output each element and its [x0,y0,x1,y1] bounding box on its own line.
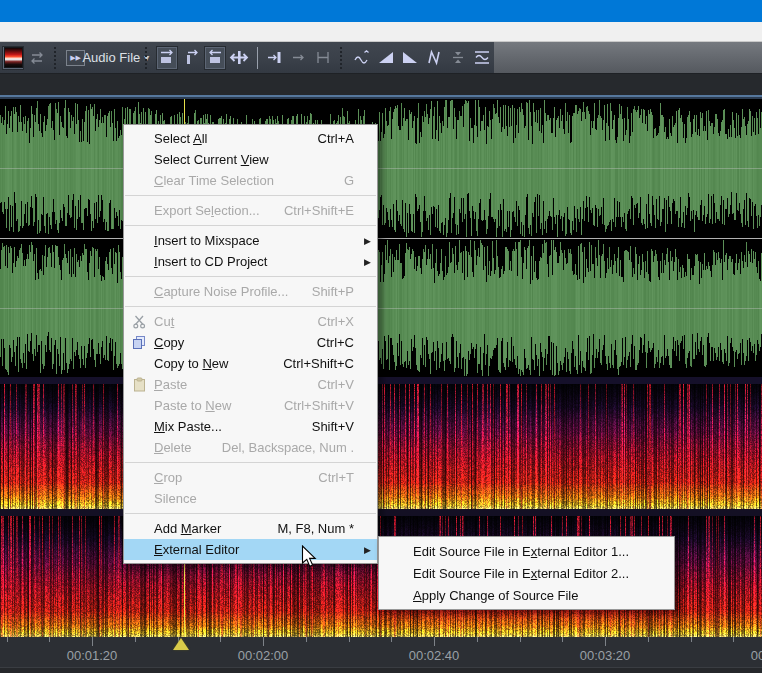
menu-item-label: Clear Time Selection [154,173,344,188]
minor-tick [562,637,563,642]
audio-file-label: Audio File [82,50,140,65]
arrow-into-bar-icon [266,49,284,66]
menu-item-insert-to-cd-project[interactable]: Insert to CD Project▶ [124,251,377,272]
context-menu: Select AllCtrl+ASelect Current ViewClear… [123,124,378,564]
swap-arrows-icon [28,50,46,66]
audio-file-dropdown[interactable]: Audio File▾ [89,46,140,70]
menu-item-shortcut: Ctrl+X [318,314,364,329]
menu-item-cut: CutCtrl+X [124,311,377,332]
spectrum-thumbnail-icon [4,47,23,68]
arrow-right-icon [291,49,307,66]
menu-item-add-marker[interactable]: Add MarkerM, F8, Num * [124,518,377,539]
snap-to-edge-button[interactable] [264,46,286,70]
zoom-to-width-button[interactable] [156,46,178,70]
major-tick [92,637,93,646]
wavelab-audio-editor-window: ▶▶Audio File▾ 00:01:2000:02:0000:02:4000… [0,0,762,673]
menu-item-copy-to-new[interactable]: Copy to NewCtrl+Shift+C [124,353,377,374]
copy-icon [132,335,147,350]
minor-tick [306,637,307,642]
major-tick [605,637,606,646]
menu-item-label: Add Marker [154,521,277,536]
region-bounds-button[interactable] [312,46,334,70]
zoom-height-icon [182,49,200,66]
spectrum-display-button[interactable] [2,46,24,70]
menu-item-edit-source-file-in-external-editor-1[interactable]: Edit Source File in External Editor 1... [379,540,674,562]
timeline-ruler[interactable]: 00:01:2000:02:0000:02:4000:03:2000:04:00 [0,637,762,673]
minor-tick [520,637,521,642]
fade-out-icon [401,49,419,66]
level-collapse-button[interactable] [447,46,469,70]
normalize-button[interactable] [471,46,493,70]
menu-item-label: Crop [154,470,318,485]
menu-item-select-all[interactable]: Select AllCtrl+A [124,128,377,149]
menu-item-clear-time-selection: Clear Time SelectionG [124,170,377,191]
menu-item-shortcut: Ctrl+C [317,335,364,350]
playhead-marker-triangle[interactable] [173,638,189,650]
menu-item-label: Capture Noise Profile... [154,284,312,299]
envelope-button[interactable] [423,46,445,70]
zoom-previous-button[interactable] [204,46,226,70]
menu-separator [124,509,377,518]
minor-tick [477,637,478,642]
menu-item-shortcut: Ctrl+Shift+C [283,356,364,371]
minor-tick [349,637,350,642]
menu-item-label: Mix Paste... [154,419,312,434]
toolbar-button-area: ▶▶Audio File▾ [0,42,494,73]
cut-icon-cell [124,314,154,329]
menu-item-delete: DeleteDel, Backspace, Num . [124,437,377,458]
minor-tick [49,637,50,642]
zoom-to-height-button[interactable] [180,46,202,70]
menu-item-shortcut: M, F8, Num * [277,521,364,536]
fade-in-icon [377,49,395,66]
bracket-region-icon [315,49,331,66]
menu-item-label: Paste to New [154,398,284,413]
titlebar[interactable] [0,0,762,22]
minor-tick [7,637,8,642]
minor-tick [733,637,734,642]
horizontal-expand-button[interactable] [228,46,250,70]
time-label: 00:01:20 [67,648,118,663]
menu-item-select-current-view[interactable]: Select Current View [124,149,377,170]
swap-channels-button[interactable] [26,46,48,70]
envelope-icon [426,49,442,66]
menu-item-shortcut: Ctrl+Shift+E [284,203,364,218]
time-label: 00:02:40 [409,648,460,663]
menu-item-label: Copy [154,335,317,350]
menu-item-mix-paste[interactable]: Mix Paste...Shift+V [124,416,377,437]
wave-icon [353,49,371,66]
submenu-arrow-icon: ▶ [364,236,377,246]
menu-item-capture-noise-profile: Capture Noise Profile...Shift+P [124,281,377,302]
normalize-icon [473,49,491,66]
minor-tick [220,637,221,642]
zoom-back-icon [206,49,224,66]
menu-item-label: Apply Change of Source File [413,588,651,603]
menu-item-external-editor[interactable]: External Editor▶ [124,539,377,560]
submenu-arrow-icon: ▶ [364,545,377,555]
copy-icon-cell [124,335,154,350]
menu-item-shortcut: Shift+V [312,419,364,434]
menu-separator [124,302,377,311]
toolbar-separator [340,47,345,69]
time-label: 00:02:00 [238,648,289,663]
menu-separator [124,221,377,230]
menu-item-edit-source-file-in-external-editor-2[interactable]: Edit Source File in External Editor 2... [379,562,674,584]
major-tick [263,637,264,646]
fade-out-button[interactable] [399,46,421,70]
menu-item-label: Silence [154,491,354,506]
minor-tick [135,637,136,642]
menu-item-shortcut: Shift+P [312,284,364,299]
menu-item-insert-to-mixspace[interactable]: Insert to Mixspace▶ [124,230,377,251]
fade-in-button[interactable] [375,46,397,70]
level-collapse-icon [450,49,466,66]
menu-item-apply-change-of-source-file[interactable]: Apply Change of Source File [379,584,674,606]
timeline-bottom-strip [0,667,762,673]
menu-item-label: Cut [154,314,318,329]
menu-item-shortcut: Ctrl+T [318,470,364,485]
menu-item-shortcut: Del, Backspace, Num . [222,440,364,455]
menu-separator [124,272,377,281]
menu-item-shortcut: Ctrl+V [318,377,364,392]
toolbar: ▶▶Audio File▾ [0,42,762,74]
menu-item-copy[interactable]: CopyCtrl+C [124,332,377,353]
smooth-wave-button[interactable] [351,46,373,70]
move-right-button[interactable] [288,46,310,70]
